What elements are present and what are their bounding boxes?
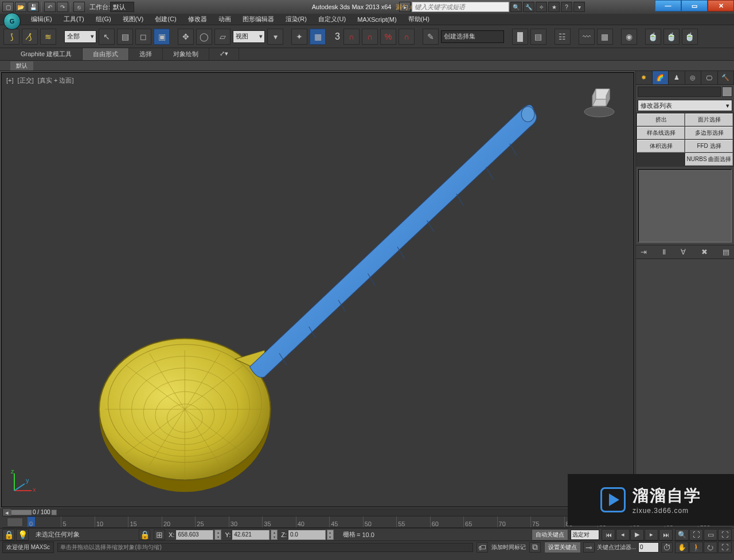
zoom-icon[interactable]: 🔍 bbox=[675, 529, 689, 541]
pin-stack-icon[interactable]: ⇥ bbox=[641, 248, 647, 256]
named-selection-set[interactable]: 创建选择集 bbox=[441, 30, 504, 43]
app-menu-icon[interactable]: G bbox=[3, 13, 21, 30]
object-color-swatch[interactable] bbox=[722, 87, 732, 97]
menu-edit[interactable]: 编辑(E) bbox=[25, 14, 58, 25]
ribbon-tab-freeform[interactable]: 自由形式 bbox=[83, 48, 129, 60]
select-name-icon[interactable]: ▤ bbox=[117, 29, 133, 45]
pan-icon[interactable]: ✋ bbox=[675, 542, 689, 553]
spinner-z[interactable]: ▴▾ bbox=[327, 530, 334, 540]
ribbon-tab-selection[interactable]: 选择 bbox=[129, 48, 163, 60]
render-setup-icon[interactable]: 🍵 bbox=[645, 29, 661, 45]
lock-selection-icon[interactable]: 🔒 bbox=[2, 529, 15, 541]
btn-ffd-select[interactable]: FFD 选择 bbox=[685, 140, 733, 152]
spinner-y[interactable]: ▴▾ bbox=[271, 530, 278, 540]
ribbon-tab-paint[interactable]: 对象绘制 bbox=[163, 48, 209, 60]
link-icon[interactable]: ⎋ bbox=[73, 2, 85, 12]
unlink-tool-icon[interactable]: ⟆̸ bbox=[22, 29, 38, 45]
close-button[interactable]: ✕ bbox=[708, 0, 734, 11]
search-icon[interactable]: 🔍 bbox=[510, 2, 522, 12]
current-frame-input[interactable] bbox=[638, 542, 659, 553]
snap-toggle-icon[interactable]: ∩ bbox=[343, 29, 360, 45]
max-viewport-icon[interactable]: ⛶ bbox=[718, 542, 732, 553]
menu-views[interactable]: 视图(V) bbox=[117, 14, 150, 25]
star-icon[interactable]: ★ bbox=[548, 2, 560, 12]
time-config2-icon[interactable]: ⏱ bbox=[661, 542, 673, 553]
exchange-icon[interactable]: ✧ bbox=[536, 2, 547, 12]
menu-maxscript[interactable]: MAXScript(M) bbox=[352, 15, 402, 24]
utilities-tab-icon[interactable]: 🔨 bbox=[718, 71, 735, 84]
auto-key-button[interactable]: 自动关键点 bbox=[532, 529, 568, 541]
track-toggle-icon[interactable] bbox=[7, 518, 23, 527]
select-icon[interactable]: ↖ bbox=[99, 29, 115, 45]
curve-editor-icon[interactable]: 〰 bbox=[579, 29, 595, 45]
keyboard-shortcut-icon[interactable]: ▦ bbox=[310, 29, 326, 45]
schematic-icon[interactable]: ▦ bbox=[597, 29, 613, 45]
qat-drop-icon[interactable]: ▾ bbox=[573, 2, 585, 12]
save-icon[interactable]: 💾 bbox=[28, 2, 39, 12]
walk-icon[interactable]: 🚶 bbox=[689, 542, 703, 553]
align-icon[interactable]: ▤ bbox=[530, 29, 546, 45]
render-icon[interactable]: 🍵 bbox=[682, 29, 698, 45]
remove-mod-icon[interactable]: ✖ bbox=[701, 248, 708, 256]
make-unique-icon[interactable]: ∀ bbox=[681, 248, 686, 256]
btn-vol-select[interactable]: 体积选择 bbox=[637, 140, 685, 152]
coord-z-input[interactable] bbox=[288, 530, 326, 540]
search-input[interactable] bbox=[412, 2, 509, 12]
motion-tab-icon[interactable]: ◎ bbox=[685, 71, 702, 84]
window-crossing-icon[interactable]: ▣ bbox=[154, 29, 170, 45]
minimize-button[interactable]: — bbox=[655, 0, 681, 11]
rotate-icon[interactable]: ◯ bbox=[196, 29, 212, 45]
mirror-icon[interactable]: ▐▌ bbox=[512, 29, 528, 45]
redo-icon[interactable]: ↷ bbox=[57, 2, 68, 12]
btn-spline-select[interactable]: 样条线选择 bbox=[637, 127, 685, 139]
menu-customize[interactable]: 自定义(U) bbox=[313, 14, 352, 25]
menu-rendering[interactable]: 渲染(R) bbox=[280, 14, 313, 25]
scroll-left-icon[interactable]: ◂ bbox=[3, 509, 11, 516]
lock-icon[interactable]: 🔒 bbox=[139, 530, 150, 540]
btn-poly-select[interactable]: 多边形选择 bbox=[685, 127, 733, 139]
key-filters[interactable]: 关键点过滤器... bbox=[597, 543, 636, 551]
named-sel-edit-icon[interactable]: ✎ bbox=[423, 29, 439, 45]
create-tab-icon[interactable]: ✹ bbox=[636, 71, 653, 84]
orbit-icon[interactable]: ⭮ bbox=[704, 542, 717, 553]
btn-face-select[interactable]: 面片选择 bbox=[685, 113, 733, 126]
ribbon-sub-default[interactable]: 默认 bbox=[10, 61, 33, 71]
object-name-input[interactable] bbox=[638, 87, 721, 97]
hierarchy-tab-icon[interactable]: ♟ bbox=[669, 71, 685, 84]
undo-icon[interactable]: ↶ bbox=[44, 2, 56, 12]
menu-group[interactable]: 组(G) bbox=[90, 14, 117, 25]
btn-nurbs-select[interactable]: NURBS 曲面选择 bbox=[685, 153, 733, 166]
percent-snap-icon[interactable]: % bbox=[380, 29, 396, 45]
selection-filter[interactable]: 全部 bbox=[64, 30, 96, 43]
key-mode-icon[interactable]: ⊸ bbox=[583, 542, 595, 553]
viewcube[interactable] bbox=[582, 84, 616, 119]
menu-tools[interactable]: 工具(T) bbox=[58, 14, 90, 25]
modifier-stack[interactable] bbox=[638, 169, 732, 242]
modify-tab-icon[interactable]: 🌈 bbox=[653, 71, 669, 84]
configure-icon[interactable]: ▤ bbox=[723, 248, 729, 256]
menu-graph[interactable]: 图形编辑器 bbox=[237, 14, 280, 25]
zoom-extents-icon[interactable]: ⛶ bbox=[718, 529, 732, 541]
add-time-tag[interactable]: 添加时间标记 bbox=[491, 543, 526, 551]
modifier-list-dropdown[interactable]: 修改器列表 bbox=[638, 100, 732, 111]
menu-animation[interactable]: 动画 bbox=[213, 14, 237, 25]
angle-snap-icon[interactable]: ∩ bbox=[362, 29, 378, 45]
menu-modifiers[interactable]: 修改器 bbox=[182, 14, 213, 25]
goto-start-icon[interactable]: ⏮ bbox=[602, 529, 615, 541]
manipulate-icon[interactable]: ✦ bbox=[291, 29, 307, 45]
display-tab-icon[interactable]: 🖵 bbox=[701, 71, 718, 84]
ribbon-tab-graphite[interactable]: Graphite 建模工具 bbox=[10, 48, 83, 60]
isolate-icon[interactable]: 💡 bbox=[16, 529, 29, 541]
material-editor-icon[interactable]: ◉ bbox=[621, 29, 637, 45]
selected-key-input[interactable] bbox=[571, 530, 599, 540]
prev-frame-icon[interactable]: ◂ bbox=[616, 529, 630, 541]
play-icon[interactable]: ▶ bbox=[630, 529, 644, 541]
infocenter-icon[interactable]: ▸ bbox=[399, 2, 411, 12]
next-frame-icon[interactable]: ▸ bbox=[645, 529, 658, 541]
show-end-icon[interactable]: Ⅱ bbox=[662, 248, 666, 256]
move-icon[interactable]: ✥ bbox=[178, 29, 194, 45]
spinner-snap-icon[interactable]: ∩ bbox=[399, 29, 415, 45]
ref-coord-system[interactable]: 视图 bbox=[233, 30, 265, 43]
abs-rel-icon[interactable]: ⊞ bbox=[154, 530, 165, 540]
maximize-button[interactable]: ▭ bbox=[681, 0, 708, 11]
